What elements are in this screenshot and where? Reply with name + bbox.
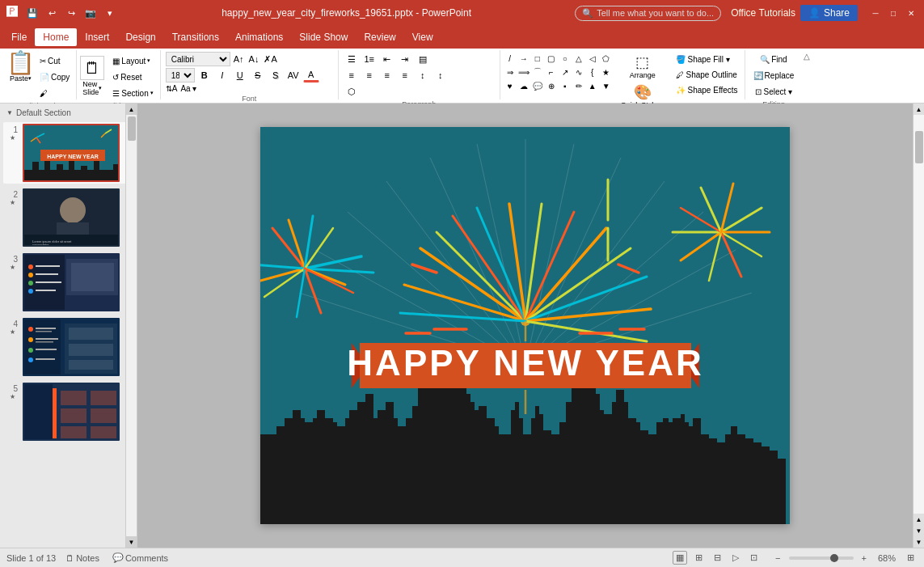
shape-outline-button[interactable]: 🖊 Shape Outline (673, 67, 741, 82)
shape-line[interactable]: / (504, 52, 517, 65)
scroll-up-button[interactable]: ▲ (913, 104, 925, 115)
shape-callout[interactable]: 💬 (531, 79, 544, 92)
grow-font-button[interactable]: A↑ (232, 54, 246, 64)
slide-preview-3[interactable] (23, 253, 120, 311)
shape-wave[interactable]: ∿ (572, 66, 585, 78)
slide-thumb-5[interactable]: 5 ★ (3, 381, 133, 442)
shape-penta[interactable]: ⬠ (600, 52, 613, 65)
menu-file[interactable]: File (3, 28, 35, 46)
maximize-button[interactable]: □ (887, 6, 900, 19)
shape-arrow[interactable]: → (517, 52, 530, 65)
zoom-plus-button[interactable]: + (859, 553, 870, 563)
redo-button[interactable]: ↪ (63, 5, 79, 21)
shape-rtri[interactable]: ◁ (586, 52, 599, 65)
slide-thumb-2[interactable]: 2 ★ Lorem ipsum dolor sit amet consectet… (3, 187, 133, 248)
arrange-button[interactable]: ⬚ Arrange (618, 52, 668, 81)
shape-fill-button[interactable]: 🪣 Shape Fill ▾ (673, 52, 741, 66)
find-button[interactable]: 🔍 Find (757, 52, 790, 66)
fit-slide-button[interactable]: ⊞ (904, 552, 918, 563)
shape-down[interactable]: ▼ (600, 79, 613, 92)
clear-format-button[interactable]: ✗A (262, 54, 278, 65)
slide-preview-4[interactable] (23, 318, 120, 376)
shape-up[interactable]: ▲ (586, 79, 599, 92)
columns-button[interactable]: ▤ (415, 52, 431, 66)
shape-tri[interactable]: △ (572, 52, 585, 65)
shape-bend[interactable]: ⌐ (545, 66, 558, 78)
scroll-small-down[interactable]: ▼ (913, 525, 925, 536)
zoom-minus-button[interactable]: − (772, 553, 783, 563)
new-slide-button[interactable]: 🗒 NewSlide ▾ (80, 56, 104, 96)
shape-brace[interactable]: { (586, 66, 599, 78)
bold-button[interactable]: B (196, 68, 213, 83)
undo-button[interactable]: ↩ (44, 5, 60, 21)
shape-cloud[interactable]: ☁ (517, 79, 530, 92)
shape-diag[interactable]: ↗ (559, 66, 572, 78)
panel-scroll-down[interactable]: ▼ (126, 536, 137, 548)
cut-button[interactable]: ✂ Cut (36, 53, 73, 68)
reading-view-button[interactable]: ▷ (729, 552, 742, 563)
text-direction-button[interactable]: ⇅A (166, 84, 178, 93)
select-button[interactable]: ⊡ Select ▾ (752, 84, 795, 99)
slide-preview-1[interactable]: HAPPY NEW YEAR (23, 124, 120, 182)
font-family-select[interactable]: Calibri (166, 52, 230, 66)
smart-art-button[interactable]: ⬡ (344, 84, 360, 99)
close-button[interactable]: ✕ (905, 6, 918, 19)
text-direction-para-button[interactable]: ↕ (432, 68, 449, 83)
ribbon-collapse-button[interactable]: △ (804, 52, 810, 61)
copy-button[interactable]: 📄 Copy (36, 70, 73, 84)
slide-sorter-button[interactable]: ⊟ (711, 552, 724, 563)
shape-arrow3[interactable]: ⟹ (517, 66, 530, 78)
shape-heart[interactable]: ♥ (504, 79, 517, 92)
replace-button[interactable]: 🔄 Replace (750, 68, 798, 83)
slide-preview-2[interactable]: Lorem ipsum dolor sit amet consectetur (23, 188, 120, 247)
shape-circle[interactable]: ○ (559, 52, 572, 65)
slide-thumb-4[interactable]: 4 ★ (3, 316, 133, 378)
shape-curve[interactable]: ⌒ (531, 66, 544, 78)
office-tutorials-link[interactable]: Office Tutorials (731, 7, 795, 19)
shape-rect[interactable]: □ (531, 52, 544, 65)
shape-arrow2[interactable]: ⇒ (504, 66, 517, 78)
shape-star[interactable]: ★ (600, 66, 613, 78)
menu-design[interactable]: Design (117, 28, 163, 46)
zoom-level[interactable]: 68% (875, 553, 899, 563)
reset-button[interactable]: ↺ Reset (109, 70, 156, 84)
justify-button[interactable]: ≡ (397, 68, 413, 83)
save-button[interactable]: 💾 (24, 5, 40, 21)
numbering-button[interactable]: 1≡ (361, 52, 378, 66)
shape-more[interactable]: ▪ (559, 79, 572, 92)
panel-scroll-up[interactable]: ▲ (126, 104, 137, 115)
shape-custom[interactable]: ⊕ (545, 79, 558, 92)
scroll-down-button[interactable]: ▼ (913, 536, 925, 548)
paste-button[interactable]: 📋 Paste ▾ (6, 52, 35, 83)
align-left-button[interactable]: ≡ (344, 68, 360, 83)
italic-button[interactable]: I (214, 68, 230, 83)
presentation-button[interactable]: ⊡ (747, 552, 761, 563)
font-color-button[interactable]: A (303, 68, 319, 83)
align-right-button[interactable]: ≡ (379, 68, 395, 83)
section-button[interactable]: ☰ Section ▾ (109, 86, 156, 100)
section-expand-icon[interactable]: ▼ (6, 109, 13, 116)
font-case-button[interactable]: Aa ▾ (180, 84, 196, 93)
bullets-button[interactable]: ☰ (344, 52, 360, 66)
normal-view-button[interactable]: ▦ (673, 551, 687, 565)
scroll-small-up[interactable]: ▲ (913, 514, 925, 525)
menu-slide-show[interactable]: Slide Show (291, 28, 356, 46)
layout-button[interactable]: ▦ Layout ▾ (109, 53, 156, 68)
menu-animations[interactable]: Animations (227, 28, 291, 46)
increase-indent-button[interactable]: ⇥ (397, 52, 413, 66)
comments-button[interactable]: 💬 Comments (109, 552, 171, 563)
slide-preview-5[interactable] (23, 383, 120, 441)
shadow-button[interactable]: S (268, 68, 284, 83)
decrease-indent-button[interactable]: ⇤ (379, 52, 395, 66)
menu-transitions[interactable]: Transitions (164, 28, 227, 46)
main-slide[interactable]: HAPPY NEW YEAR (260, 127, 790, 524)
shape-edit[interactable]: ✏ (572, 79, 585, 92)
zoom-slider[interactable] (789, 556, 854, 560)
align-center-button[interactable]: ≡ (361, 68, 378, 83)
underline-button[interactable]: U (232, 68, 248, 83)
scroll-thumb[interactable] (915, 131, 923, 163)
char-spacing-button[interactable]: AV (285, 68, 302, 83)
slide-thumb-1[interactable]: 1 ★ HAPPY NEW YEAR (3, 122, 133, 184)
menu-home[interactable]: Home (35, 28, 77, 46)
share-button[interactable]: 👤 Share (800, 5, 858, 21)
